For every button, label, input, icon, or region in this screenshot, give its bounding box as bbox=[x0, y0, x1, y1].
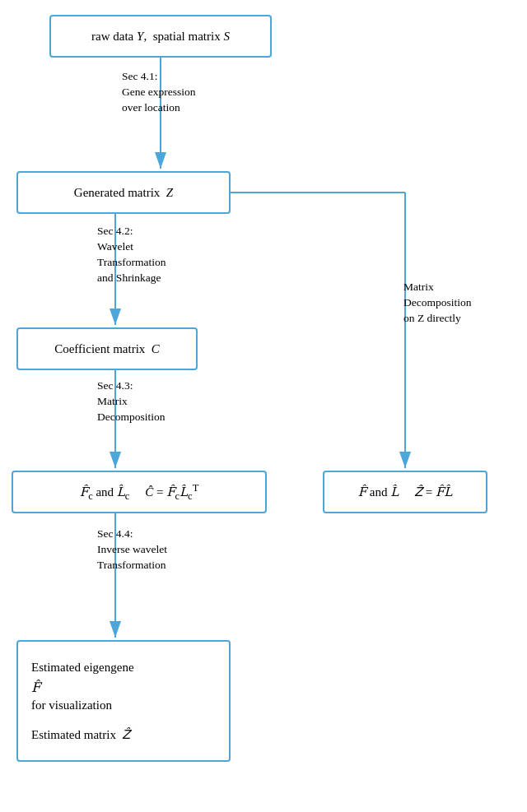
sec41-label: Sec 4.1: Gene expression over location bbox=[122, 69, 196, 116]
for-visualization-line: for visualization bbox=[31, 698, 112, 712]
sec44-label: Sec 4.4: Inverse wavelet Transformation bbox=[97, 527, 167, 573]
raw-data-label: raw data Y, spatial matrix S bbox=[91, 30, 230, 44]
coefficient-matrix-box: Coefficient matrix C bbox=[16, 327, 198, 370]
estimated-box: Estimated eigengene F̂ for visualization… bbox=[16, 640, 231, 762]
estimated-matrix-line: Estimated matrix Ẑ bbox=[31, 727, 130, 742]
sec42-label: Sec 4.2: Wavelet Transformation and Shri… bbox=[97, 224, 166, 286]
flowchart-diagram: raw data Y, spatial matrix S Sec 4.1: Ge… bbox=[0, 0, 527, 812]
matrix-decomp-label: Matrix Decomposition on Z directly bbox=[403, 280, 472, 327]
f-l-box: F̂ and L̂ Ẑ = F̂L̂ bbox=[323, 471, 487, 513]
generated-matrix-label: Generated matrix Z bbox=[74, 186, 173, 200]
estimated-f-hat: F̂ bbox=[31, 680, 40, 695]
f-l-label: F̂ and L̂ Ẑ = F̂L̂ bbox=[358, 485, 453, 499]
generated-matrix-box: Generated matrix Z bbox=[16, 171, 231, 214]
coefficient-matrix-label: Coefficient matrix C bbox=[54, 342, 160, 356]
raw-data-box: raw data Y, spatial matrix S bbox=[49, 15, 272, 58]
fc-lc-label: F̂c and L̂c Ĉ = F̂cL̂cT bbox=[80, 482, 199, 503]
fc-lc-box: F̂c and L̂c Ĉ = F̂cL̂cT bbox=[12, 471, 267, 513]
estimated-eigengene-line: Estimated eigengene bbox=[31, 661, 134, 675]
sec43-label: Sec 4.3: Matrix Decomposition bbox=[97, 378, 166, 425]
